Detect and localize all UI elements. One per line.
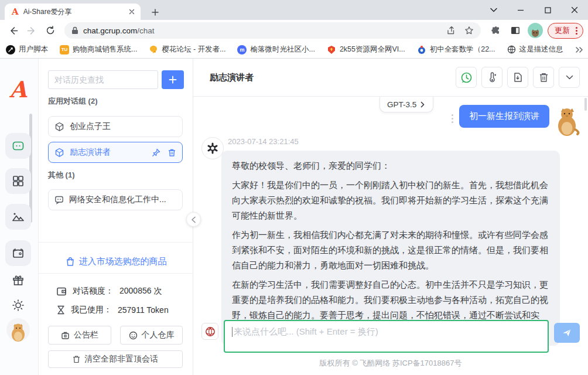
bookmarks-overflow-icon[interactable] <box>575 46 583 53</box>
warehouse-button[interactable]: 个人仓库 <box>120 326 183 345</box>
message-timestamp: 2023-07-14 23:21:45 <box>228 137 560 146</box>
web-access-button[interactable] <box>201 323 218 340</box>
wallet-icon <box>57 287 67 296</box>
refresh-icon[interactable] <box>42 22 59 39</box>
bookmark-item[interactable]: 用户脚本 <box>6 45 48 54</box>
trash-icon <box>539 72 549 83</box>
message-menu-icon[interactable] <box>452 114 453 123</box>
url-host: chat.gcrup.com <box>83 26 137 35</box>
paper-plane-icon <box>562 328 572 338</box>
composer: 来说点什么吧... (Shift + Enter = 换行) <box>201 320 580 353</box>
nav-chat-icon[interactable] <box>5 133 31 159</box>
profile-avatar[interactable] <box>528 23 543 38</box>
sakura-forum-icon <box>149 45 158 54</box>
tab-search-chevron-icon[interactable] <box>480 0 507 20</box>
more-actions-button[interactable] <box>559 67 580 88</box>
reading-mode-icon[interactable] <box>507 22 524 39</box>
copyright-footer: 版权所有 © 飞酷网络 苏ICP备17018867号 <box>193 358 588 369</box>
extensions-icon[interactable] <box>487 22 504 39</box>
used-value: 257911 Token <box>118 305 169 315</box>
bookmark-item[interactable]: 2k55资源网全网VI... <box>327 45 405 54</box>
app-cube-icon <box>54 148 64 158</box>
model-selector[interactable]: GPT-3.5 <box>380 97 433 112</box>
delete-chat-button[interactable] <box>533 67 554 88</box>
tab-title: Ai-Share爱分享 <box>23 7 128 17</box>
userscript-icon <box>6 45 15 54</box>
new-tab-button[interactable] <box>148 5 163 20</box>
browser-tab[interactable]: A Ai-Share爱分享 <box>5 4 141 20</box>
search-input[interactable] <box>48 70 158 89</box>
assistant-message-bubble: 尊敬的校领导、老师们，亲爱的同学们： 大家好！我是你们中的一员，一个刚刚踏入初中… <box>221 151 560 346</box>
forward-icon[interactable] <box>23 22 40 39</box>
user-avatar[interactable] <box>6 318 30 342</box>
user-message-row: 初一新生报到演讲 <box>452 104 582 138</box>
message-list: GPT-3.5 初一新生报到演讲 2023-07-14 23:21:45 <box>193 97 588 375</box>
share-icon[interactable] <box>447 26 456 35</box>
chevron-right-icon <box>419 101 426 108</box>
nav-rail: A <box>0 59 39 375</box>
conversation-item-selected[interactable]: 励志演讲者 <box>48 142 183 163</box>
bookmark-item[interactable]: m 榆落微时光社区小... <box>237 45 314 54</box>
message-paragraph: 大家好！我是你们中的一员，一个刚刚踏入初中校门的新生。首先，我想借此机会向大家表… <box>232 178 549 223</box>
message-paragraph: 作为初一新生，我相信我们内心都充满了对未来的期待和憧憬。或许有些同学会感到紧张和… <box>232 227 549 273</box>
conversation-item[interactable]: 创业点子王 <box>48 116 183 137</box>
back-icon[interactable] <box>5 22 21 39</box>
market-link[interactable]: 进入市场选购您的商品 <box>39 250 193 273</box>
chat-scrollbar-thumb[interactable] <box>584 98 587 111</box>
send-button[interactable] <box>554 323 580 343</box>
temperature-button[interactable] <box>481 67 502 88</box>
bookmark-item[interactable]: TU 购物商城销售系统... <box>60 45 137 54</box>
smiley-icon <box>129 331 138 340</box>
new-conversation-button[interactable] <box>162 70 184 89</box>
green-clock-icon <box>460 71 473 84</box>
delete-conversation-icon[interactable] <box>167 148 176 157</box>
address-bar: chat.gcrup.com/chat 更新 <box>0 20 588 41</box>
tab-strip: A Ai-Share爱分享 <box>0 0 588 20</box>
bookmark-item[interactable]: 樱花论坛 - 开发者... <box>149 45 225 54</box>
message-input[interactable]: 来说点什么吧... (Shift + Enter = 换行) <box>224 320 549 353</box>
lock-icon[interactable] <box>71 26 78 35</box>
input-placeholder: 来说点什么吧... (Shift + Enter = 换行) <box>234 326 378 338</box>
nav-gallery-icon[interactable] <box>5 240 31 266</box>
collapse-panel-button[interactable] <box>186 212 201 227</box>
history-panel: 应用对话组 (2) 创业点子王 励志演讲者 <box>39 59 193 375</box>
theme-sun-icon[interactable] <box>5 292 31 318</box>
bookmark-item[interactable]: 这是描述信息 <box>507 45 563 54</box>
tu-shop-icon: TU <box>60 45 69 54</box>
close-button[interactable] <box>561 0 588 20</box>
chat-area: 励志演讲者 GPT-3 <box>193 59 588 375</box>
used-label: 我已使用： <box>71 305 112 315</box>
nav-apps-icon[interactable] <box>5 168 31 194</box>
clear-all-button[interactable]: 清空全部非置顶会话 <box>48 350 183 368</box>
browser-menu-icon[interactable] <box>574 27 579 35</box>
board-button[interactable]: 公告栏 <box>48 326 111 345</box>
pin-icon[interactable] <box>152 148 160 157</box>
maximize-button[interactable] <box>534 0 561 20</box>
thermometer-icon <box>487 72 498 83</box>
chat-header: 励志演讲者 <box>193 59 588 97</box>
conversation-item[interactable]: 网络安全和信息化工作中... <box>48 189 183 210</box>
group-label-apps: 应用对话组 (2) <box>48 96 98 107</box>
chat-bubble-icon <box>54 195 64 204</box>
url-omnibox[interactable]: chat.gcrup.com/chat <box>64 22 481 39</box>
minimize-button[interactable] <box>507 0 534 20</box>
app-cube-icon <box>54 122 64 132</box>
chrome-update-button[interactable]: 更新 <box>548 23 583 39</box>
history-time-button[interactable] <box>456 67 477 88</box>
assistant-avatar-icon <box>201 137 224 159</box>
save-card-button[interactable] <box>507 67 528 88</box>
red-globe-icon <box>205 326 216 337</box>
tab-close-icon[interactable] <box>128 8 136 16</box>
chat-title: 励志演讲者 <box>210 72 451 83</box>
text-caret <box>232 327 233 337</box>
gift-icon[interactable] <box>5 267 31 293</box>
app-logo: A <box>0 76 36 103</box>
quota-value: 2000856 次 <box>119 286 162 296</box>
update-label: 更新 <box>555 25 570 36</box>
bookmark-star-icon[interactable] <box>464 26 474 35</box>
user-cat-avatar <box>552 104 582 138</box>
nav-drawing-icon[interactable] <box>5 204 31 230</box>
bookmark-item[interactable]: 初中全套数学（22... <box>417 45 495 54</box>
site-favicon: A <box>12 6 19 17</box>
message-paragraph: 尊敬的校领导、老师们，亲爱的同学们： <box>232 158 549 173</box>
